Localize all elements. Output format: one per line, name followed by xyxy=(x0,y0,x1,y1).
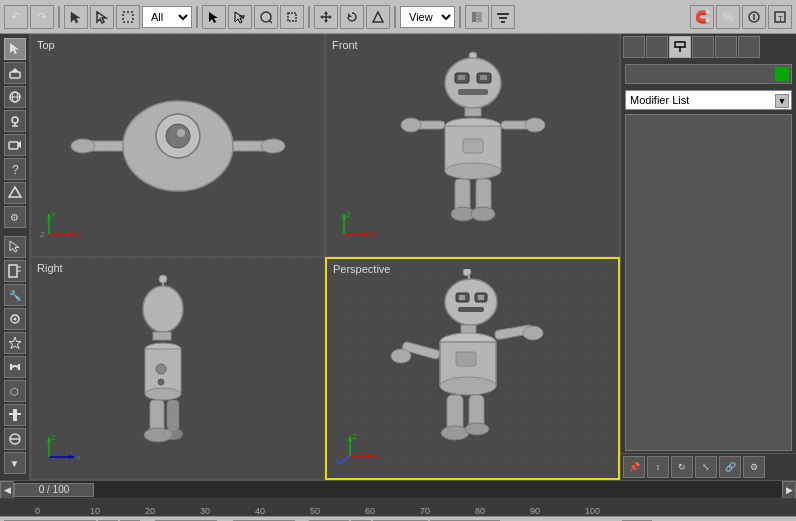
right-panel-name-field[interactable] xyxy=(625,64,792,84)
svg-marker-15 xyxy=(348,13,352,17)
svg-rect-22 xyxy=(501,21,505,23)
svg-rect-18 xyxy=(478,12,482,22)
modifier-list-arrow[interactable]: ▼ xyxy=(775,94,789,108)
mirror-btn[interactable] xyxy=(465,5,489,29)
rpanel-settings-btn[interactable]: ⚙ xyxy=(743,456,765,478)
left-toolbar: ? ⚙ 🔧 ⬡ ▼ xyxy=(0,34,30,480)
separator-1 xyxy=(58,6,60,28)
timeline-scroll-right[interactable]: ▶ xyxy=(782,481,796,499)
left-btn-down[interactable]: ▼ xyxy=(4,452,26,474)
svg-point-134 xyxy=(523,326,543,340)
tick-50: 50 xyxy=(310,506,320,516)
left-btn-systems[interactable]: ⚙ xyxy=(4,206,26,228)
svg-marker-0 xyxy=(71,12,80,23)
svg-marker-40 xyxy=(10,241,19,252)
svg-point-129 xyxy=(440,377,496,395)
viewport-right[interactable]: Right xyxy=(30,257,325,480)
left-btn-pointer[interactable] xyxy=(4,38,26,60)
rpanel-pin-btn[interactable]: 📌 xyxy=(623,456,645,478)
select-circle-btn[interactable] xyxy=(254,5,278,29)
redo-button[interactable]: ↷ xyxy=(30,5,54,29)
tab-utilities[interactable] xyxy=(738,36,760,58)
svg-marker-27 xyxy=(10,43,19,54)
tab-hierarchy[interactable] xyxy=(669,36,691,58)
left-btn-lights[interactable] xyxy=(4,110,26,132)
left-btn-select[interactable] xyxy=(4,236,26,258)
svg-marker-3 xyxy=(209,12,218,23)
timeline-scroll-left[interactable]: ◀ xyxy=(0,481,14,499)
undo-button[interactable]: ↶ xyxy=(4,5,28,29)
extra-btn-2[interactable]: T xyxy=(768,5,792,29)
left-btn-paint[interactable] xyxy=(4,260,26,282)
rpanel-move-btn[interactable]: ↕ xyxy=(647,456,669,478)
top-toolbar: ↶ ↷ All xyxy=(0,0,796,34)
top-robot xyxy=(31,35,324,256)
svg-point-120 xyxy=(445,279,497,325)
left-btn-config[interactable] xyxy=(4,308,26,330)
extra-btn-1[interactable] xyxy=(742,5,766,29)
perspective-robot xyxy=(327,259,618,478)
timeline: ◀ 0 / 100 ▶ xyxy=(0,480,796,498)
left-btn-tools[interactable]: 🔧 xyxy=(4,284,26,306)
rpanel-scale-btn[interactable]: ⤡ xyxy=(695,456,717,478)
left-btn-helpers[interactable]: ? xyxy=(4,158,26,180)
rpanel-rotate-btn[interactable]: ↻ xyxy=(671,456,693,478)
select-tool-btn[interactable] xyxy=(64,5,88,29)
svg-rect-21 xyxy=(499,17,507,19)
separator-5 xyxy=(459,6,461,28)
tick-30: 30 xyxy=(200,506,210,516)
left-btn-space[interactable] xyxy=(4,182,26,204)
viewport-perspective[interactable]: Perspective xyxy=(325,257,620,480)
separator-4 xyxy=(394,6,396,28)
tick-bar: 0 10 20 30 40 50 60 70 80 90 100 xyxy=(0,498,796,516)
align-btn[interactable] xyxy=(491,5,515,29)
modifier-list-dropdown[interactable]: Modifier List ▼ xyxy=(625,90,792,110)
select-fence-btn[interactable] xyxy=(280,5,304,29)
left-btn-camera[interactable] xyxy=(4,134,26,156)
left-btn-geometry[interactable] xyxy=(4,86,26,108)
timeline-position[interactable]: 0 / 100 xyxy=(14,483,94,497)
svg-marker-147 xyxy=(629,42,639,52)
left-btn-shape[interactable] xyxy=(4,62,26,84)
tab-create[interactable] xyxy=(623,36,645,58)
move-btn[interactable] xyxy=(314,5,338,29)
left-btn-star[interactable] xyxy=(4,332,26,354)
rpanel-link-btn[interactable]: 🔗 xyxy=(719,456,741,478)
svg-rect-78 xyxy=(465,108,481,116)
left-btn-modifier[interactable]: ⬡ xyxy=(4,380,26,402)
viewport-front[interactable]: Front xyxy=(325,34,620,257)
view-dropdown[interactable]: View xyxy=(400,6,455,28)
svg-marker-29 xyxy=(11,68,19,72)
tick-80: 80 xyxy=(475,506,485,516)
svg-point-104 xyxy=(145,388,181,400)
tab-display[interactable] xyxy=(715,36,737,58)
svg-marker-13 xyxy=(320,15,323,19)
viewport-top[interactable]: Top xyxy=(30,34,325,257)
magnet-btn[interactable]: 🧲 xyxy=(690,5,714,29)
tick-70: 70 xyxy=(420,506,430,516)
tick-100: 100 xyxy=(585,506,600,516)
scale-btn[interactable] xyxy=(366,5,390,29)
left-btn-circle-minus[interactable] xyxy=(4,428,26,450)
lasso-select-btn[interactable] xyxy=(116,5,140,29)
timeline-track[interactable]: 0 / 100 xyxy=(14,481,782,499)
filter-dropdown[interactable]: All xyxy=(142,6,192,28)
svg-point-45 xyxy=(13,318,16,321)
rotate-btn[interactable] xyxy=(340,5,364,29)
percent-btn[interactable]: % xyxy=(716,5,740,29)
left-btn-pin[interactable] xyxy=(4,404,26,426)
tab-modify[interactable] xyxy=(646,36,668,58)
svg-line-7 xyxy=(269,20,272,23)
left-btn-magnet[interactable] xyxy=(4,356,26,378)
svg-point-61 xyxy=(177,129,185,137)
tick-90: 90 xyxy=(530,506,540,516)
region-select-btn[interactable] xyxy=(90,5,114,29)
select-arrow-btn[interactable] xyxy=(202,5,226,29)
region-btn[interactable] xyxy=(228,5,252,29)
svg-rect-130 xyxy=(456,352,476,366)
tab-motion[interactable] xyxy=(692,36,714,58)
svg-rect-17 xyxy=(472,12,476,22)
svg-marker-1 xyxy=(97,12,106,23)
svg-rect-125 xyxy=(458,307,484,312)
svg-point-33 xyxy=(12,117,18,123)
